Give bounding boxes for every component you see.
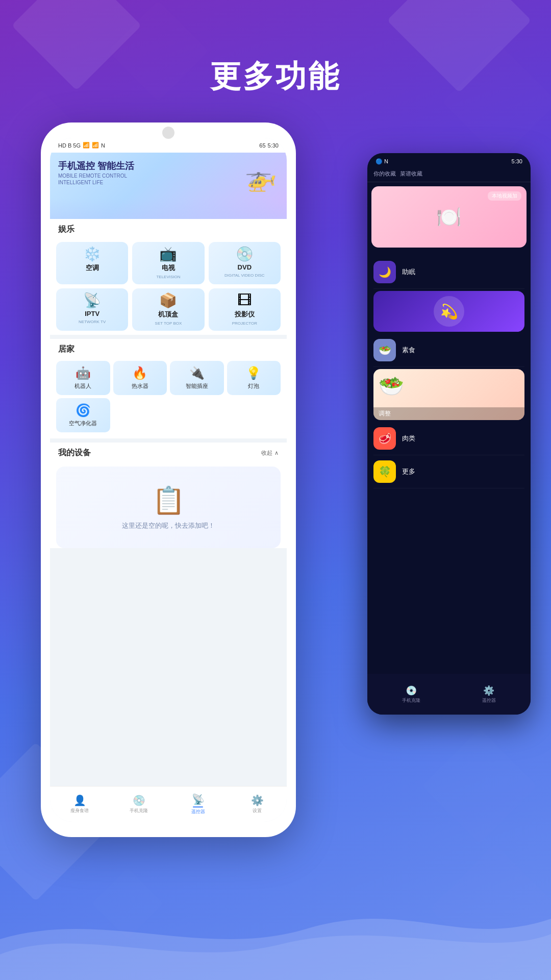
clipboard-icon: 📋 (152, 485, 185, 516)
main-phone-mockup: HD B 5G 📶 📶 N 65 5:30 手机遥控 智能生活 MOBILE R… (41, 122, 296, 837)
city-silhouette (50, 199, 287, 219)
smart-socket-icon: 🔌 (189, 366, 205, 380)
nav-item-settings[interactable]: ⚙️ 设置 (228, 787, 287, 822)
device-name-en: TELEVISION (156, 275, 180, 279)
device-name-en: PROJECTOR (232, 321, 257, 326)
meat-app-name: 肉类 (402, 434, 415, 443)
recipe-image-section: 🥗 调整 (373, 369, 524, 420)
app-row-veg[interactable]: 🥗 素食 (373, 334, 524, 367)
overlay-bottom-nav: 💿 手机克隆 ⚙️ 遥控器 (367, 674, 531, 715)
bulb-icon: 💡 (246, 366, 261, 380)
status-signal: 📶 (83, 142, 90, 149)
empty-text: 这里还是空的呢，快去添加吧！ (122, 521, 215, 530)
recipe-image-label: 调整 (373, 407, 524, 420)
bottom-navigation: 👤 瘦身食谱 💿 手机克隆 📡 遥控器 ⚙️ 设置 (50, 786, 287, 822)
recipe-image-icon: 🥗 (379, 374, 404, 398)
home-item-air-purifier[interactable]: 🌀 空气净化器 (56, 398, 110, 432)
device-air-conditioner[interactable]: ❄️ 空调 (56, 242, 128, 284)
home-item-bulb[interactable]: 💡 灯泡 (227, 361, 281, 395)
phone-camera (162, 127, 174, 139)
water-heater-icon: 🔥 (132, 366, 147, 380)
overlay-status-time: 5:30 (512, 158, 522, 165)
device-label: 空气净化器 (69, 420, 97, 427)
more-app-name: 更多 (402, 467, 415, 476)
nav-label: 手机克隆 (130, 807, 148, 814)
empty-device-area: 📋 这里还是空的呢，快去添加吧！ (56, 467, 281, 548)
tab-favorites[interactable]: 你的收藏 (373, 170, 396, 178)
iptv-icon: 📡 (83, 293, 101, 308)
overlay-nav-clone[interactable]: 💿 手机克隆 (402, 685, 420, 704)
device-name-en: SET TOP BOX (155, 321, 182, 326)
device-dvd[interactable]: 💿 DVD DIGITAL VIDEO DISC (209, 242, 281, 284)
home-item-water-heater[interactable]: 🔥 热水器 (113, 361, 167, 395)
overlay-panel: 🔵 N 5:30 你的收藏 菜谱收藏 本地视频加 🍽️ 🌙 助眠 💫 🥗 素食 … (367, 153, 531, 715)
overlay-tabs: 你的收藏 菜谱收藏 (367, 168, 531, 182)
settopbox-icon: 📦 (159, 293, 177, 308)
overlay-nav-remote[interactable]: ⚙️ 遥控器 (482, 685, 496, 704)
device-projector[interactable]: 🎞 投影仪 PROJECTOR (209, 288, 281, 331)
device-name: 空调 (86, 263, 99, 273)
veg-app-icon: 🥗 (373, 339, 396, 361)
overlay-remote-icon: ⚙️ (483, 685, 494, 696)
dvd-icon: 💿 (236, 247, 254, 261)
nav-label: 设置 (253, 807, 262, 814)
more-app-icon: 🍀 (373, 460, 396, 483)
device-label: 热水器 (132, 382, 148, 390)
purple-glow-section: 💫 (373, 291, 524, 332)
sleep-app-name: 助眠 (402, 267, 415, 277)
nav-item-remote[interactable]: 📡 遥控器 (168, 787, 228, 822)
device-name: 电视 (162, 263, 175, 273)
page-title: 更多功能 (0, 56, 551, 97)
status-nfc: N (101, 142, 105, 149)
device-name: 机顶盒 (158, 310, 178, 319)
app-row-meat[interactable]: 🥩 肉类 (373, 422, 524, 455)
chevron-up-icon: ∧ (274, 450, 279, 456)
wave-decoration (0, 878, 551, 980)
overlay-clone-icon: 💿 (406, 685, 417, 696)
entertainment-grid: ❄️ 空调 📺 电视 TELEVISION 💿 DVD DIGITAL VIDE… (50, 238, 287, 335)
home-grid: 🤖 机器人 🔥 热水器 🔌 智能插座 💡 灯泡 (50, 358, 287, 438)
nav-item-clone[interactable]: 💿 手机克隆 (109, 787, 168, 822)
tab-recipe-favorites[interactable]: 菜谱收藏 (400, 170, 422, 178)
my-devices-section: 我的设备 收起 ∧ 📋 这里还是空的呢，快去添加吧！ (50, 443, 287, 548)
device-name: IPTV (85, 310, 99, 317)
air-conditioner-icon: ❄️ (83, 247, 101, 261)
collapse-label: 收起 (261, 449, 272, 457)
banner-add-label: 本地视频加 (488, 191, 521, 201)
nav-label: 遥控器 (191, 808, 205, 815)
phone-frame: HD B 5G 📶 📶 N 65 5:30 手机遥控 智能生活 MOBILE R… (41, 122, 296, 837)
home-item-smart-socket[interactable]: 🔌 智能插座 (170, 361, 224, 395)
recipe-banner-icon: 🍽️ (436, 205, 462, 229)
device-name-en: NETWORK TV (79, 320, 106, 324)
nav-item-recipes[interactable]: 👤 瘦身食谱 (50, 787, 109, 822)
device-iptv[interactable]: 📡 IPTV NETWORK TV (56, 288, 128, 331)
device-name: DVD (238, 263, 252, 271)
device-settopbox[interactable]: 📦 机顶盒 SET TOP BOX (132, 288, 204, 331)
overlay-nav-label: 手机克隆 (402, 697, 420, 704)
meat-app-icon: 🥩 (373, 427, 396, 450)
projector-icon: 🎞 (237, 293, 252, 308)
phone-screen: HD B 5G 📶 📶 N 65 5:30 手机遥控 智能生活 MOBILE R… (50, 138, 287, 822)
sleep-app-icon: 🌙 (373, 261, 396, 283)
collapse-button[interactable]: 收起 ∧ (261, 449, 279, 457)
app-row-more[interactable]: 🍀 更多 (373, 455, 524, 488)
home-section-title: 居家 (50, 339, 287, 358)
my-devices-header: 我的设备 收起 ∧ (50, 443, 287, 461)
app-row-sleep[interactable]: 🌙 助眠 (373, 256, 524, 289)
app-grid: 🌙 助眠 💫 🥗 素食 🥗 调整 🥩 肉类 🍀 更多 (367, 252, 531, 493)
remote-icon: 📡 (192, 793, 205, 805)
robot-icon: 🤖 (76, 366, 91, 380)
device-name-en: DIGITAL VIDEO DISC (224, 273, 265, 278)
settings-icon: ⚙️ (251, 794, 264, 806)
air-purifier-icon: 🌀 (76, 403, 91, 418)
veg-app-name: 素食 (402, 346, 415, 355)
home-item-robot[interactable]: 🤖 机器人 (56, 361, 110, 395)
device-television[interactable]: 📺 电视 TELEVISION (132, 242, 204, 284)
clone-icon: 💿 (133, 794, 145, 806)
overlay-status-left: 🔵 N (375, 158, 388, 165)
drone-icon: 🚁 (245, 163, 277, 192)
overlay-nav-label: 遥控器 (482, 697, 496, 704)
glow-orb: 💫 (434, 296, 464, 327)
status-wifi: 📶 (92, 142, 99, 149)
status-time: 5:30 (268, 142, 279, 149)
